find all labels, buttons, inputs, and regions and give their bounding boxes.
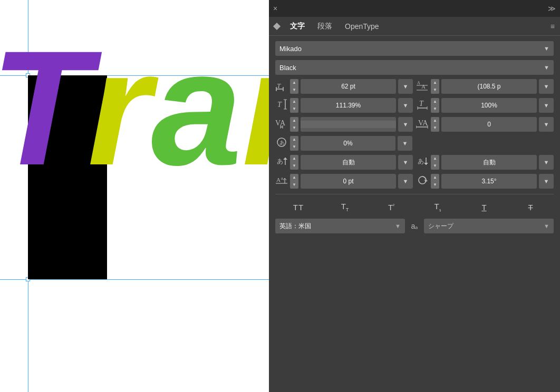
tracking-unit[interactable]: ▼ <box>539 117 554 132</box>
kerning-unit[interactable]: ▼ <box>398 117 413 132</box>
mojikumi-after-unit[interactable]: ▼ <box>539 155 554 170</box>
letter-T: T <box>0 16 88 199</box>
tab-opentype[interactable]: OpenType <box>340 20 384 33</box>
vertical-scale-up[interactable]: ▲ <box>290 98 298 105</box>
mojikumi-after-input[interactable] <box>441 159 537 166</box>
vertical-scale-unit[interactable]: ▼ <box>398 98 413 113</box>
small-caps-button[interactable]: TT <box>336 202 353 212</box>
rotation-up[interactable]: ▲ <box>431 174 439 181</box>
mojikumi-before-svg: あ <box>276 155 287 167</box>
font-size-unit-select[interactable]: ▼ <box>398 79 413 94</box>
subscript-button[interactable]: T₁ <box>429 202 446 212</box>
horizontal-scale-spinners[interactable]: ▲ ▼ <box>431 98 439 113</box>
scale-row: T ▲ ▼ ▼ T <box>275 98 554 113</box>
collapse-button[interactable]: ≫ <box>548 4 556 13</box>
horizontal-scale-up[interactable]: ▲ <box>431 98 439 105</box>
tsume-unit[interactable]: ▼ <box>398 136 412 151</box>
mojikumi-before-spinners[interactable]: ▲ ▼ <box>290 155 298 170</box>
tsume-icon: あ <box>275 136 288 150</box>
tracking-spinners[interactable]: ▲ ▼ <box>431 117 439 132</box>
tsume-input[interactable] <box>301 140 395 147</box>
leading-field <box>441 79 537 94</box>
font-family-dropdown[interactable]: Mikado ▼ <box>275 41 554 56</box>
rotation-spinners[interactable]: ▲ ▼ <box>431 174 439 189</box>
tab-diamond-icon <box>273 22 281 30</box>
strikethrough-button[interactable]: T <box>522 203 539 212</box>
mojikumi-row: あ ▲ ▼ ▼ あ <box>275 155 554 170</box>
panel-menu-icon[interactable]: ≡ <box>551 22 555 31</box>
baseline-shift-unit[interactable]: ▼ <box>398 174 413 189</box>
vertical-scale-field <box>301 98 396 113</box>
antialiasing-dropdown[interactable]: シャープ ▼ <box>424 219 554 233</box>
horizontal-scale-unit[interactable]: ▼ <box>539 98 554 113</box>
mojikumi-after-up[interactable]: ▲ <box>431 155 439 162</box>
font-style-dropdown[interactable]: Black ▼ <box>275 60 554 75</box>
canvas-content: Tran <box>0 0 269 392</box>
mojikumi-before-input[interactable] <box>301 159 396 166</box>
baseline-shift-down[interactable]: ▼ <box>290 181 298 189</box>
mojikumi-before-down[interactable]: ▼ <box>290 162 298 170</box>
language-value: 英語：米国 <box>279 222 311 231</box>
font-size-down[interactable]: ▼ <box>290 86 298 94</box>
mojikumi-before-up[interactable]: ▲ <box>290 155 298 162</box>
leading-down[interactable]: ▼ <box>431 86 439 94</box>
horizontal-scale-field <box>441 98 537 113</box>
tsume-down[interactable]: ▼ <box>290 143 298 151</box>
kerning-up[interactable]: ▲ <box>290 117 298 124</box>
font-size-input[interactable] <box>301 83 396 90</box>
baseline-shift-svg: A a <box>276 174 287 186</box>
tab-character[interactable]: 文字 <box>285 19 310 33</box>
mojikumi-before-unit[interactable]: ▼ <box>398 155 413 170</box>
kerning-icon: V A <box>275 117 288 131</box>
rotation-input[interactable] <box>441 178 537 185</box>
tsume-up[interactable]: ▲ <box>290 136 298 143</box>
vertical-scale-input[interactable] <box>301 102 396 109</box>
leading-icon: A A <box>416 80 429 93</box>
leading-unit-select[interactable]: ▼ <box>539 79 554 94</box>
font-style-row: Black ▼ <box>275 60 554 75</box>
kerning-svg: V A <box>275 117 288 129</box>
mojikumi-before-icon: あ <box>275 155 288 169</box>
kerning-spinners[interactable]: ▲ ▼ <box>290 117 298 132</box>
rotation-unit[interactable]: ▼ <box>539 174 554 189</box>
leading-up[interactable]: ▲ <box>431 79 439 86</box>
superscript-button[interactable]: T² <box>383 203 400 212</box>
svg-text:T: T <box>277 82 281 90</box>
horizontal-scale-input[interactable] <box>441 102 537 109</box>
rotation-down[interactable]: ▼ <box>431 181 439 189</box>
tab-paragraph[interactable]: 段落 <box>312 19 337 33</box>
tsume-svg: あ <box>276 136 287 148</box>
kerning-down[interactable]: ▼ <box>290 124 298 132</box>
font-size-up[interactable]: ▲ <box>290 79 298 86</box>
mojikumi-before-field <box>301 155 396 170</box>
tsume-spinners[interactable]: ▲ ▼ <box>290 136 298 151</box>
vertical-scale-spinners[interactable]: ▲ ▼ <box>290 98 298 113</box>
svg-text:A: A <box>417 81 420 85</box>
all-caps-button[interactable]: TT <box>290 203 307 212</box>
font-size-spinners[interactable]: ▲ ▼ <box>290 79 298 94</box>
close-button[interactable]: × <box>273 4 277 13</box>
vertical-scale-down[interactable]: ▼ <box>290 105 298 113</box>
kerning-field <box>301 117 396 132</box>
tracking-up[interactable]: ▲ <box>431 117 439 124</box>
svg-text:VA: VA <box>418 119 428 127</box>
kerning-input[interactable] <box>301 121 396 128</box>
tracking-input[interactable] <box>441 121 537 128</box>
rotation-icon <box>416 174 429 188</box>
baseline-shift-up[interactable]: ▲ <box>290 174 298 181</box>
language-dropdown[interactable]: 英語：米国 ▼ <box>275 219 405 233</box>
underline-button[interactable]: T <box>476 203 493 212</box>
font-family-value: Mikado <box>279 45 302 53</box>
baseline-shift-spinners[interactable]: ▲ ▼ <box>290 174 298 189</box>
language-arrow: ▼ <box>395 223 401 229</box>
leading-input[interactable] <box>441 83 537 90</box>
selection-line-bottom <box>0 279 269 280</box>
leading-spinners[interactable]: ▲ ▼ <box>431 79 439 94</box>
tracking-down[interactable]: ▼ <box>431 124 439 132</box>
baseline-shift-input[interactable] <box>301 178 396 185</box>
divider <box>275 194 554 194</box>
leading-svg: A A <box>417 80 428 91</box>
mojikumi-after-down[interactable]: ▼ <box>431 162 439 170</box>
horizontal-scale-down[interactable]: ▼ <box>431 105 439 113</box>
mojikumi-after-spinners[interactable]: ▲ ▼ <box>431 155 439 170</box>
